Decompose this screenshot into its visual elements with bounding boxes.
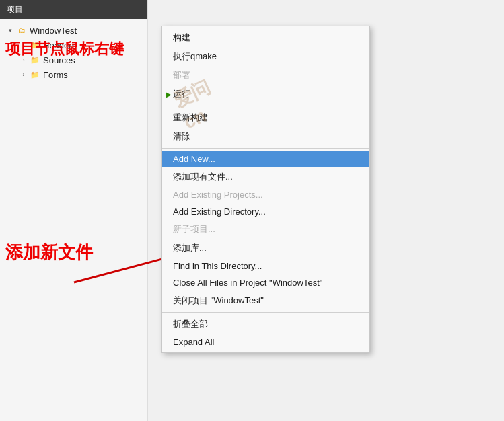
- menu-item-new_subproject: 新子项目...: [162, 220, 369, 239]
- menu-item-label-add_existing_projects: Add Existing Projects...: [173, 190, 263, 200]
- tree-project-root[interactable]: ▾ 🗂 WindowTest: [0, 23, 147, 38]
- menu-item-label-build: 构建: [173, 32, 190, 44]
- annotation-right-click: 项目节点鼠标右键: [5, 40, 124, 58]
- forms-folder-icon: 📁: [30, 69, 40, 80]
- menu-item-close_project[interactable]: 关闭项目 "WindowTest": [162, 291, 369, 310]
- menu-item-label-add_existing_file: 添加现有文件...: [173, 171, 233, 183]
- menu-item-label-close_all: Close All Files in Project "WindowTest": [173, 278, 322, 288]
- menu-item-label-add_new: Add New...: [173, 154, 215, 164]
- menu-item-rebuild[interactable]: 重新构建: [162, 108, 369, 127]
- project-name-label: WindowTest: [30, 26, 77, 36]
- menu-item-add_existing_dir[interactable]: Add Existing Directory...: [162, 203, 369, 220]
- menu-item-label-expand_all: Expand All: [173, 337, 214, 347]
- menu-item-clean[interactable]: 清除: [162, 127, 369, 146]
- menu-item-label-add_library: 添加库...: [173, 242, 207, 254]
- menu-item-label-rebuild: 重新构建: [173, 112, 208, 124]
- menu-item-add_existing_file[interactable]: 添加现有文件...: [162, 167, 369, 186]
- context-menu: 构建执行qmake部署▶运行重新构建清除Add New...添加现有文件...A…: [161, 26, 370, 353]
- menu-item-add_library[interactable]: 添加库...: [162, 239, 369, 258]
- annotation-add-file: 添加新文件: [5, 242, 93, 263]
- menu-item-add_new[interactable]: Add New...: [162, 151, 369, 167]
- menu-item-qmake[interactable]: 执行qmake: [162, 47, 369, 66]
- menu-item-label-find_in_dir: Find in This Directory...: [173, 261, 262, 271]
- menu-separator: [162, 106, 369, 106]
- menu-item-label-close_project: 关闭项目 "WindowTest": [173, 295, 264, 307]
- menu-item-label-deploy: 部署: [173, 69, 190, 81]
- panel-title-text: 项目: [7, 4, 23, 15]
- menu-item-label-collapse_all: 折叠全部: [173, 318, 208, 330]
- panel-title: 项目: [0, 0, 147, 19]
- tree-item-forms[interactable]: › 📁 Forms: [0, 67, 147, 82]
- menu-item-collapse_all[interactable]: 折叠全部: [162, 315, 369, 334]
- menu-item-build[interactable]: 构建: [162, 28, 369, 47]
- menu-separator: [162, 148, 369, 149]
- project-panel: 项目 ▾ 🗂 WindowTest › 📁 Headers › 📁 Source…: [0, 0, 148, 421]
- menu-item-close_all[interactable]: Close All Files in Project "WindowTest": [162, 274, 369, 291]
- chevron-down-icon: ▾: [5, 26, 15, 35]
- menu-separator: [162, 312, 369, 313]
- menu-item-label-add_existing_dir: Add Existing Directory...: [173, 206, 266, 217]
- run-arrow-icon: ▶: [166, 91, 172, 98]
- tree-item-forms-label: Forms: [43, 70, 68, 80]
- menu-item-find_in_dir[interactable]: Find in This Directory...: [162, 258, 369, 274]
- project-icon: 🗂: [16, 25, 27, 36]
- menu-item-run[interactable]: ▶运行: [162, 85, 369, 104]
- menu-item-label-qmake: 执行qmake: [173, 50, 217, 63]
- menu-item-add_existing_projects: Add Existing Projects...: [162, 186, 369, 203]
- chevron-right-icon-forms: ›: [19, 70, 28, 79]
- menu-item-label-new_subproject: 新子项目...: [173, 223, 215, 235]
- menu-item-deploy: 部署: [162, 66, 369, 85]
- menu-item-expand_all[interactable]: Expand All: [162, 334, 369, 350]
- menu-item-label-clean: 清除: [173, 130, 190, 143]
- menu-item-label-run: 运行: [173, 88, 190, 100]
